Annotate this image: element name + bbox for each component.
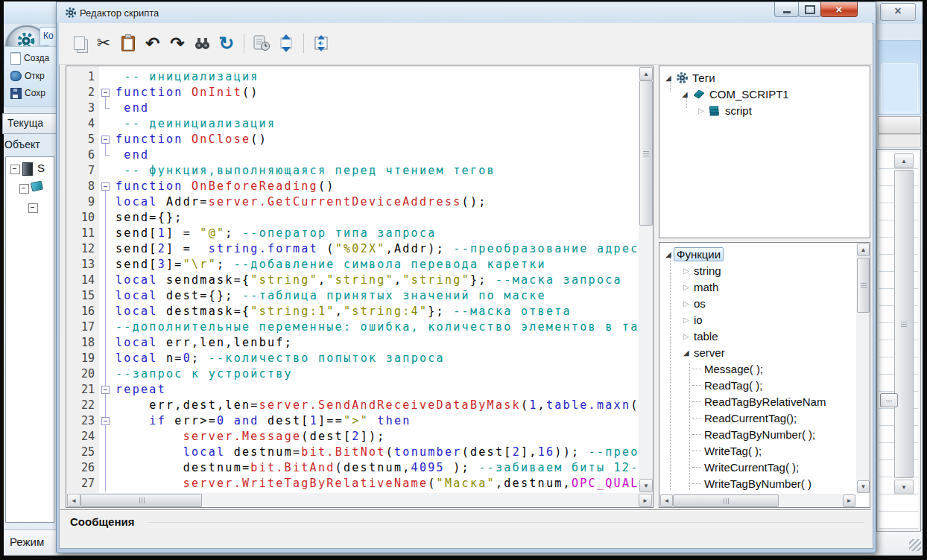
function-node-table[interactable]: ▷table <box>683 328 718 344</box>
function-node-io[interactable]: ▷io <box>683 311 703 328</box>
expand-arrow-icon[interactable]: ▷ <box>698 106 709 115</box>
sync-device-icon[interactable] <box>309 31 333 56</box>
collapse-arrow-icon[interactable]: ◢ <box>665 74 676 82</box>
code-line[interactable]: 22 err,dest,len=server.SendAndReceiveDat… <box>66 398 639 413</box>
close-button[interactable]: × <box>820 2 858 17</box>
collapse-arrow-icon[interactable]: ◢ <box>683 349 694 357</box>
editor-vscrollbar[interactable]: ▲ ▼ <box>639 66 653 493</box>
code-line[interactable]: 14local sendmask={"string","string","str… <box>66 273 639 288</box>
tree-collapse-box[interactable] <box>10 165 20 174</box>
fold-marker[interactable] <box>99 132 113 147</box>
collapse-arrow-icon[interactable]: ◢ <box>682 90 692 98</box>
function-node-readtagbyrelativenam[interactable]: ReadTagByRelativeNam <box>692 393 826 410</box>
expand-arrow-icon[interactable]: ▷ <box>683 332 694 340</box>
fold-marker[interactable] <box>99 85 113 101</box>
scroll-up-button[interactable]: ▲ <box>639 67 653 80</box>
expand-arrow-icon[interactable]: ▷ <box>683 299 694 308</box>
scroll-right-button[interactable]: ► <box>843 494 855 507</box>
find-icon[interactable] <box>190 31 214 56</box>
code-line[interactable]: 27 server.WriteTagByRelativeName("Маска"… <box>66 476 639 491</box>
open-config-button[interactable]: Откр <box>10 69 45 83</box>
scroll-up-button[interactable]: ▲ <box>857 244 870 256</box>
bg-scroll-down-button[interactable]: ▼ <box>894 480 914 494</box>
function-node-функции[interactable]: ◢Функции <box>665 246 724 262</box>
function-node-server[interactable]: ◢server <box>683 344 725 360</box>
function-node-writecurrenttag[interactable]: WriteCurrentTag( ); <box>692 459 799 475</box>
redo-icon[interactable]: ↷ <box>165 31 189 56</box>
code-line[interactable]: 16local destmask={"string:1","string:4"}… <box>66 304 639 319</box>
code-line[interactable]: 11send[1] = "@"; --оператор типа запроса <box>66 226 639 241</box>
hscroll-thumb[interactable] <box>80 494 202 507</box>
resize-grip[interactable] <box>909 539 921 551</box>
function-node-writetagbynumber[interactable]: WriteTagByNumber( ) <box>692 475 811 491</box>
code-line[interactable]: 7 -- функция,выполняющаяся перед чтением… <box>66 163 639 179</box>
functions-tree-panel[interactable]: ▲ ▼ ◄ ► ◢Функции▷string▷math▷os▷io▷table… <box>659 242 870 508</box>
fold-marker[interactable] <box>99 382 113 398</box>
code-line[interactable]: 2function OnInit() <box>66 85 639 101</box>
code-line[interactable]: 23 if err>=0 and dest[1]==">" then <box>66 413 639 429</box>
function-node-math[interactable]: ▷math <box>683 279 718 295</box>
code-line[interactable]: 26 destnum=bit.BitAnd(destnum,4095 ); --… <box>66 460 639 476</box>
code-line[interactable]: 8function OnBeforeReading() <box>66 179 639 194</box>
copy-icon[interactable] <box>67 31 91 56</box>
function-node-readtag[interactable]: ReadTag( ); <box>692 377 762 393</box>
code-line[interactable]: 24 server.Message(dest[2]); <box>66 429 639 445</box>
expand-arrow-icon[interactable]: ▷ <box>683 316 694 324</box>
background-close-button[interactable]: × <box>880 3 916 21</box>
functions-hscrollbar[interactable]: ◄ ► <box>659 494 856 507</box>
code-line[interactable]: 25 local destnum=bit.BitNot(tonumber(des… <box>66 445 639 460</box>
refresh-icon[interactable]: ↻ <box>215 31 238 56</box>
expand-arrow-icon[interactable]: ▷ <box>683 267 694 275</box>
tags-tree-panel[interactable]: ◢Теги◢COM_SCRIPT1▷script <box>659 66 870 238</box>
scroll-right-button[interactable]: ► <box>639 494 652 507</box>
code-line[interactable]: 6 end <box>66 147 639 163</box>
tree-collapse-box[interactable] <box>19 184 29 194</box>
code-line[interactable]: 20--запрос к устройству <box>66 366 639 382</box>
code-line[interactable]: 18local err,len,lenbuf; <box>66 335 639 351</box>
new-config-button[interactable]: Созда <box>10 51 49 65</box>
scroll-down-button[interactable]: ▼ <box>857 480 870 493</box>
code-editor[interactable]: 1 -- инициализация2function OnInit()3 en… <box>66 66 654 508</box>
scroll-down-button[interactable]: ▼ <box>639 479 653 492</box>
background-side-button[interactable] <box>878 116 921 134</box>
code-line[interactable]: 15local dest={}; --таблица принятых знач… <box>66 288 639 304</box>
paste-icon[interactable] <box>116 31 140 56</box>
expand-arrow-icon[interactable]: ▷ <box>683 283 694 291</box>
ribbon-tab[interactable]: Ко <box>39 27 57 45</box>
code-line[interactable]: 3 end <box>66 101 639 116</box>
function-node-string[interactable]: ▷string <box>683 262 721 279</box>
scroll-left-button[interactable]: ◄ <box>660 494 673 507</box>
code-line[interactable]: 10send={}; <box>66 210 639 226</box>
minimize-button[interactable] <box>774 2 799 17</box>
code-line[interactable]: 1 -- инициализация <box>66 69 639 85</box>
function-node-readcurrenttag[interactable]: ReadCurrentTag(); <box>692 410 797 426</box>
fold-marker[interactable] <box>99 413 113 429</box>
functions-vscrollbar[interactable]: ▲ ▼ <box>856 243 870 494</box>
code-line[interactable]: 5function OnClose() <box>66 132 639 147</box>
bg-scroll-thumb[interactable] <box>894 170 914 478</box>
code-line[interactable]: 17--дополнительные переменные: ошибка, к… <box>66 319 639 335</box>
function-node-message[interactable]: Message( ); <box>692 360 763 377</box>
dialog-titlebar[interactable]: Редактор скрипта × <box>57 2 876 23</box>
function-node-readtagbynumber[interactable]: ReadTagByNumber( ); <box>692 426 815 442</box>
save-config-button[interactable]: Сохр <box>10 86 45 100</box>
tag-node-теги[interactable]: ◢Теги <box>665 69 715 86</box>
sync-arrows-icon[interactable] <box>274 31 298 56</box>
check-script-icon[interactable] <box>250 31 273 56</box>
bg-scroll-up-button[interactable]: ▲ <box>894 153 914 168</box>
objects-tree[interactable]: S <box>5 156 54 523</box>
code-line[interactable]: 12send[2] = string.format ("%02X",Addr);… <box>66 241 639 257</box>
maximize-button[interactable] <box>798 2 821 17</box>
undo-icon[interactable]: ↶ <box>141 31 165 56</box>
code-line[interactable]: 9local Addr=server.GetCurrentDeviceAddre… <box>66 194 639 210</box>
scroll-left-button[interactable]: ◄ <box>67 494 80 507</box>
function-node-os[interactable]: ▷os <box>683 295 706 311</box>
cut-icon[interactable]: ✂ <box>92 31 116 56</box>
tag-node-com-script1[interactable]: ◢COM_SCRIPT1 <box>682 86 789 102</box>
tree-collapse-box[interactable] <box>28 203 38 213</box>
vscroll-thumb[interactable] <box>639 80 653 226</box>
editor-hscrollbar[interactable]: ◄ ► <box>66 493 653 507</box>
tag-node-script[interactable]: ▷script <box>698 102 752 118</box>
code-line[interactable]: 4 -- деинициализация <box>66 116 639 132</box>
code-line[interactable]: 13send[3]="\r"; --добавление символа пер… <box>66 257 639 273</box>
